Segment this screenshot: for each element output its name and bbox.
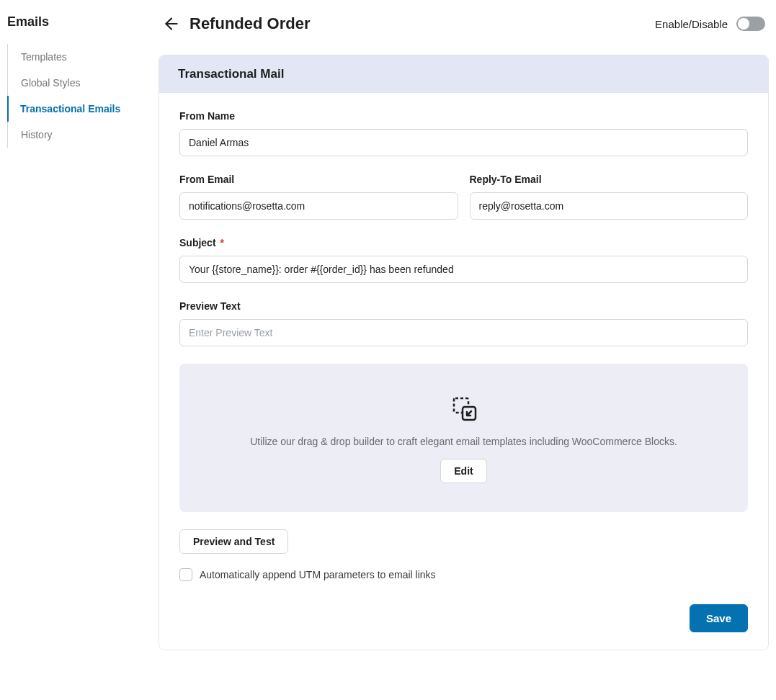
- sidebar: Emails Templates Global Styles Transacti…: [7, 14, 148, 650]
- sidebar-item-templates[interactable]: Templates: [8, 44, 141, 70]
- save-button[interactable]: Save: [690, 604, 748, 632]
- main-content: Refunded Order Enable/Disable Transactio…: [148, 14, 769, 650]
- toggle-knob: [738, 18, 749, 30]
- edit-button[interactable]: Edit: [440, 459, 486, 483]
- back-arrow-icon[interactable]: [162, 14, 181, 33]
- builder-box: Utilize our drag & drop builder to craft…: [179, 364, 748, 512]
- sidebar-item-history[interactable]: History: [8, 122, 141, 148]
- subject-group: Subject *: [179, 237, 748, 283]
- utm-checkbox-row: Automatically append UTM parameters to e…: [179, 568, 748, 581]
- footer-actions: Save: [179, 604, 748, 632]
- sidebar-item-label: Transactional Emails: [20, 103, 120, 115]
- sidebar-item-transactional-emails[interactable]: Transactional Emails: [7, 96, 141, 122]
- sidebar-item-global-styles[interactable]: Global Styles: [8, 70, 141, 96]
- sidebar-title: Emails: [7, 14, 141, 30]
- card-header: Transactional Mail: [159, 55, 768, 93]
- preview-test-button[interactable]: Preview and Test: [179, 529, 288, 554]
- page-title: Refunded Order: [189, 14, 310, 33]
- card-body: From Name From Email Reply-To Email: [159, 93, 768, 650]
- from-name-group: From Name: [179, 110, 748, 156]
- sidebar-item-label: Templates: [21, 51, 67, 63]
- page-header-left: Refunded Order: [162, 14, 310, 33]
- from-email-input[interactable]: [179, 192, 458, 220]
- toggle-label: Enable/Disable: [655, 18, 728, 30]
- sidebar-item-label: Global Styles: [21, 77, 80, 89]
- sidebar-nav: Templates Global Styles Transactional Em…: [7, 44, 141, 148]
- page-header-right: Enable/Disable: [655, 17, 765, 31]
- reply-to-group: Reply-To Email: [470, 174, 749, 220]
- preview-text-input[interactable]: [179, 319, 748, 346]
- reply-to-input[interactable]: [470, 192, 749, 220]
- preview-text-group: Preview Text: [179, 300, 748, 346]
- reply-to-label: Reply-To Email: [470, 174, 749, 185]
- from-name-input[interactable]: [179, 129, 748, 156]
- enable-disable-toggle[interactable]: [736, 17, 765, 31]
- page-header: Refunded Order Enable/Disable: [159, 14, 769, 33]
- from-email-label: From Email: [179, 174, 458, 185]
- subject-label: Subject *: [179, 237, 748, 248]
- drag-drop-builder-icon: [448, 392, 480, 424]
- sidebar-item-label: History: [21, 129, 53, 140]
- builder-description: Utilize our drag & drop builder to craft…: [250, 436, 677, 447]
- subject-input[interactable]: [179, 256, 748, 283]
- utm-checkbox[interactable]: [179, 568, 192, 581]
- from-email-group: From Email: [179, 174, 458, 220]
- required-indicator: *: [220, 237, 223, 248]
- preview-text-label: Preview Text: [179, 300, 748, 312]
- from-name-label: From Name: [179, 110, 748, 122]
- utm-checkbox-label: Automatically append UTM parameters to e…: [200, 569, 436, 580]
- transactional-mail-card: Transactional Mail From Name From Email …: [159, 55, 769, 650]
